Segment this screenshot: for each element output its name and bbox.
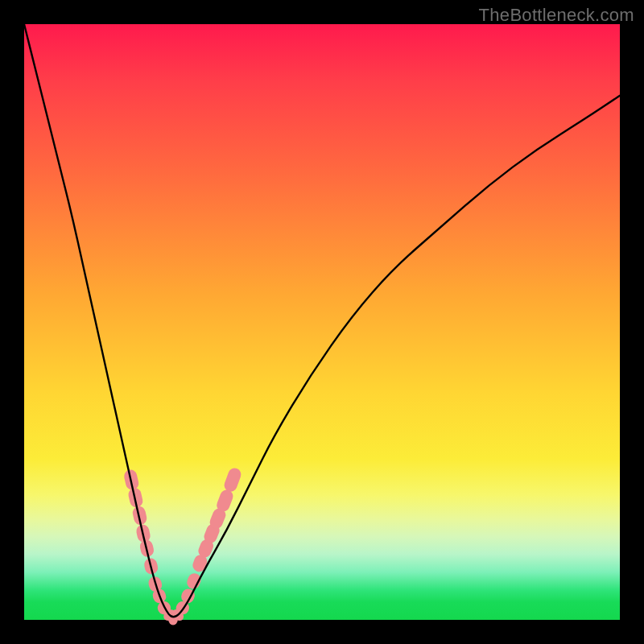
- marker-lozenge: [185, 572, 203, 591]
- chart-svg: [24, 24, 620, 620]
- plot-area: [24, 24, 620, 620]
- marker-layer: [123, 466, 243, 625]
- marker-lozenge: [222, 466, 242, 493]
- watermark-text: TheBottleneck.com: [479, 5, 634, 26]
- outer-frame: TheBottleneck.com: [0, 0, 644, 644]
- curve-line: [24, 24, 620, 617]
